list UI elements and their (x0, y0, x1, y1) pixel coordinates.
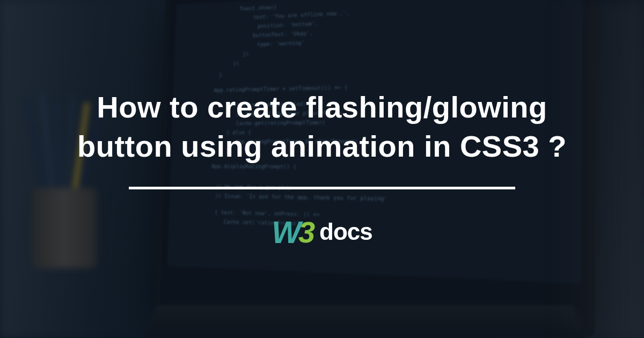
logo-docs-text: docs (319, 218, 372, 245)
logo-number-3: 3 (298, 215, 315, 249)
content-container: How to create flashing/glowing button us… (0, 0, 644, 338)
page-title: How to create flashing/glowing button us… (54, 88, 590, 166)
divider-line (129, 187, 515, 189)
w3docs-logo: W 3 docs (272, 214, 372, 250)
logo-letter-w: W (272, 214, 299, 250)
